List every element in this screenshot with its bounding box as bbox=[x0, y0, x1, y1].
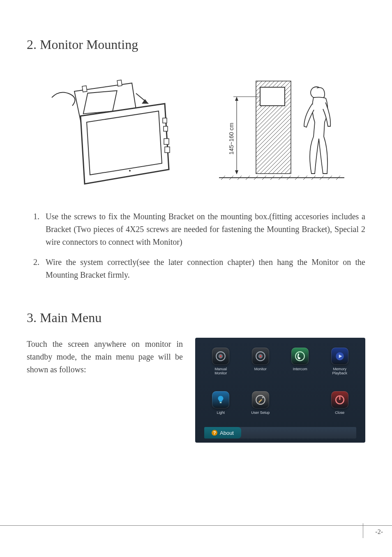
step-2: Wire the system correctly(see the later … bbox=[42, 256, 365, 281]
svg-marker-32 bbox=[235, 97, 238, 101]
height-label: 145~160 cm bbox=[228, 123, 235, 154]
svg-rect-9 bbox=[164, 126, 168, 131]
menu-item-memory-playback[interactable]: Memory Playback bbox=[323, 348, 357, 385]
menu-item-monitor[interactable]: Monitor bbox=[244, 348, 277, 385]
svg-point-41 bbox=[259, 355, 261, 357]
main-menu-row: Touch the screen anywhere on monitor in … bbox=[27, 338, 365, 443]
intercom-icon bbox=[291, 348, 309, 365]
svg-rect-3 bbox=[117, 80, 122, 86]
svg-point-12 bbox=[129, 170, 131, 172]
menu-icon-grid: Manual MonitorMonitorIntercomMemory Play… bbox=[204, 348, 356, 425]
menu-item-intercom[interactable]: Intercom bbox=[284, 348, 317, 385]
main-menu-screenshot: Manual MonitorMonitorIntercomMemory Play… bbox=[195, 338, 365, 443]
about-label: About bbox=[220, 430, 234, 436]
main-menu-intro: Touch the screen anywhere on monitor in … bbox=[27, 338, 183, 376]
footer-vertical-divider bbox=[363, 523, 363, 538]
svg-rect-10 bbox=[164, 139, 169, 144]
mounting-figures-row: 145~160 cm bbox=[27, 69, 365, 190]
manual-page: 2. Monitor Mounting bbox=[0, 0, 392, 557]
light-icon bbox=[212, 391, 229, 408]
menu-item-light[interactable]: Light bbox=[204, 391, 238, 425]
svg-rect-1 bbox=[83, 91, 117, 114]
menu-item-close[interactable]: Close bbox=[323, 391, 357, 425]
height-diagram-icon: 145~160 cm bbox=[209, 77, 348, 188]
menu-bottom-bar: ? About bbox=[204, 427, 356, 439]
manual-monitor-icon bbox=[212, 348, 229, 365]
menu-item-label: Manual Monitor bbox=[214, 367, 227, 376]
svg-marker-33 bbox=[235, 170, 238, 174]
svg-point-38 bbox=[220, 355, 222, 357]
svg-rect-14 bbox=[260, 87, 285, 106]
close-icon bbox=[331, 391, 348, 408]
menu-item-user-setup[interactable]: User Setup bbox=[244, 391, 277, 425]
page-footer-rule: -2- bbox=[0, 525, 392, 536]
menu-item-label: User Setup bbox=[251, 411, 270, 415]
section-2-title: 2. Monitor Mounting bbox=[27, 37, 365, 52]
step-1: Use the screws to fix the Mounting Brack… bbox=[42, 210, 365, 248]
page-number: -2- bbox=[375, 528, 383, 536]
svg-rect-45 bbox=[220, 402, 221, 403]
mounting-diagram-icon bbox=[44, 69, 175, 188]
svg-rect-2 bbox=[82, 86, 87, 92]
figure-mounting-height: 145~160 cm bbox=[209, 77, 348, 190]
empty-cell bbox=[284, 391, 317, 425]
user-setup-icon bbox=[252, 391, 269, 408]
svg-rect-11 bbox=[165, 147, 170, 153]
svg-marker-5 bbox=[142, 99, 148, 104]
menu-item-manual-monitor[interactable]: Manual Monitor bbox=[204, 348, 238, 385]
menu-item-label: Monitor bbox=[254, 367, 267, 371]
svg-rect-8 bbox=[163, 118, 167, 123]
mounting-steps-list: Use the screws to fix the Mounting Brack… bbox=[27, 210, 365, 281]
svg-marker-7 bbox=[87, 111, 162, 175]
memory-playback-icon bbox=[331, 348, 348, 365]
help-icon: ? bbox=[212, 430, 217, 436]
monitor-icon bbox=[252, 348, 269, 365]
menu-item-label: Close bbox=[335, 411, 344, 415]
svg-point-42 bbox=[295, 352, 304, 361]
figure-monitor-mounting bbox=[44, 69, 175, 190]
menu-item-label: Intercom bbox=[293, 367, 307, 371]
about-button[interactable]: ? About bbox=[204, 427, 241, 439]
menu-item-label: Memory Playback bbox=[332, 367, 347, 376]
section-3-title: 3. Main Menu bbox=[27, 310, 365, 325]
menu-item-label: Light bbox=[217, 411, 225, 415]
